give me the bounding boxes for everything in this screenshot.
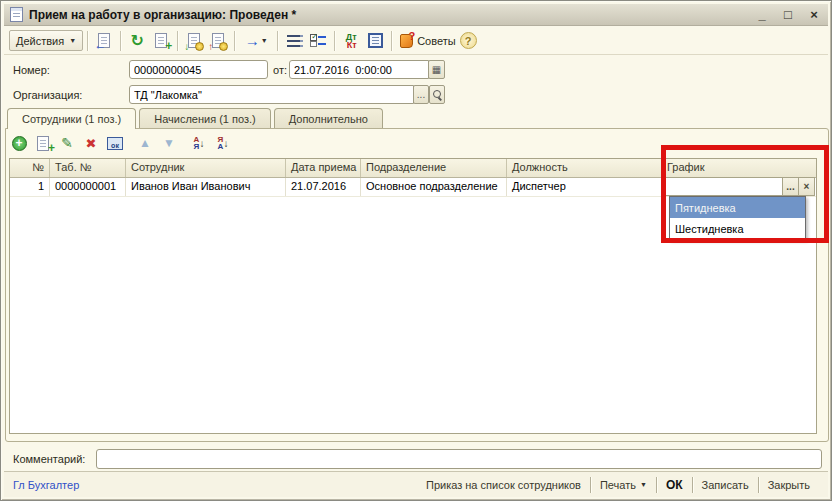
plus-icon: + (165, 40, 172, 52)
tips-book-icon: ? (400, 34, 413, 48)
schedule-clear-button[interactable]: × (798, 178, 814, 195)
toolbar-separator (277, 31, 278, 51)
toolbar-separator (334, 31, 335, 51)
refresh-button[interactable]: ↻ (126, 30, 148, 52)
debit-credit-icon: Дт Кт (346, 33, 357, 49)
table-header: № Таб. № Сотрудник Дата приема Подраздел… (10, 159, 816, 178)
ok-button[interactable]: ОК (657, 477, 692, 493)
subordination-structure-button[interactable] (283, 30, 305, 52)
move-up-button[interactable]: ▲ (133, 132, 157, 154)
toolbar-separator (177, 31, 178, 51)
column-header-department[interactable]: Подразделение (361, 159, 507, 177)
close-form-button[interactable]: Закрыть (759, 477, 819, 493)
column-header-hiredate[interactable]: Дата приема (286, 159, 361, 177)
print-button[interactable]: Печать ▼ (591, 477, 656, 493)
delete-icon: ✖ (86, 136, 97, 151)
delete-row-button[interactable]: ✖ (79, 132, 103, 154)
window-title: Прием на работу в организацию: Проведен … (29, 8, 296, 22)
go-to-button[interactable]: → ▼ (240, 30, 272, 52)
schedule-select-button[interactable]: ... (782, 178, 798, 195)
pencil-icon: ✎ (61, 135, 73, 151)
organization-select-button[interactable]: ... (413, 85, 429, 104)
question-icon: ? (465, 35, 472, 47)
footer-bar: Гл Бухгалтер Приказ на список сотруднико… (4, 471, 828, 497)
coin-icon (195, 42, 204, 51)
tab-bar: Сотрудники (1 поз.) Начисления (1 поз.) … (7, 108, 383, 128)
column-header-schedule[interactable]: График (662, 159, 816, 177)
reread-document-button[interactable]: ← (93, 30, 115, 52)
column-header-num[interactable]: № (10, 159, 50, 177)
responsible-person-link[interactable]: Гл Бухгалтер (13, 479, 79, 491)
maximize-button[interactable]: □ (780, 8, 796, 22)
ellipsis-icon: ... (417, 89, 425, 100)
end-edit-button[interactable]: ок (103, 132, 127, 154)
save-button[interactable]: Записать (693, 477, 758, 493)
ellipsis-icon: ... (786, 181, 794, 192)
arrow-up-icon: ↑ (208, 41, 213, 52)
number-label: Номер: (13, 64, 50, 76)
post-document-button[interactable]: ↓ (183, 30, 205, 52)
calendar-button[interactable]: ▦ (428, 60, 445, 79)
tab-label: Начисления (1 поз.) (154, 113, 256, 125)
minimize-button[interactable]: _ (754, 8, 770, 22)
checkbox-list-icon (310, 34, 326, 47)
number-input[interactable] (129, 60, 268, 79)
refresh-icon: ↻ (130, 31, 143, 50)
dropdown-item-five-day[interactable]: Пятидневка (670, 197, 805, 218)
list-structure-icon (287, 35, 301, 47)
chevron-down-icon: ▼ (261, 37, 268, 44)
table-toolbar: + + ✎ ✖ ок ▲ ▼ А Я ↓ (7, 131, 235, 155)
schedule-dropdown: Пятидневка Шестидневка (669, 196, 806, 240)
arrow-down-icon: ▼ (163, 136, 175, 150)
arrow-down-icon: ↓ (184, 41, 189, 52)
chevron-down-icon: ▼ (640, 481, 647, 488)
end-edit-icon: ок (107, 137, 123, 150)
tab-additional[interactable]: Дополнительно (274, 108, 383, 128)
copy-row-button[interactable]: + (31, 132, 55, 154)
close-button[interactable]: × (806, 8, 822, 22)
dropdown-item-six-day[interactable]: Шестидневка (670, 218, 805, 239)
move-down-button[interactable]: ▼ (157, 132, 181, 154)
document-window: Прием на работу в организацию: Проведен … (0, 0, 832, 501)
cell-hiredate[interactable]: 21.07.2016 (286, 178, 361, 196)
organization-input[interactable] (129, 85, 414, 104)
sort-descending-button[interactable]: Я А ↓ (211, 132, 235, 154)
unpost-document-button[interactable]: ↑ (207, 30, 229, 52)
document-settings-button[interactable] (307, 30, 329, 52)
comment-input[interactable] (96, 449, 822, 469)
chevron-down-icon: ▼ (69, 37, 76, 44)
schedule-edit-cell[interactable]: ... × (661, 177, 815, 196)
print-label: Печать (600, 479, 636, 491)
date-input[interactable] (289, 60, 429, 79)
cell-position[interactable]: Диспетчер (507, 178, 662, 196)
cell-department[interactable]: Основное подразделение (361, 178, 507, 196)
actions-button[interactable]: Действия ▼ (9, 30, 83, 51)
calendar-icon: ▦ (432, 64, 441, 75)
report-button[interactable] (364, 30, 386, 52)
actions-label: Действия (16, 35, 64, 47)
add-row-button[interactable]: + (7, 132, 31, 154)
show-postings-button[interactable]: Дт Кт (340, 30, 362, 52)
cell-num[interactable]: 1 (10, 178, 50, 196)
column-header-position[interactable]: Должность (507, 159, 662, 177)
copy-document-button[interactable]: + (150, 30, 172, 52)
document-icon (10, 7, 23, 22)
arrow-up-icon: ▲ (139, 136, 151, 150)
tips-button[interactable]: ? Советы (396, 30, 459, 52)
organization-search-button[interactable] (429, 85, 445, 104)
edit-row-button[interactable]: ✎ (55, 132, 79, 154)
toolbar-separator (120, 31, 121, 51)
tab-employees[interactable]: Сотрудники (1 поз.) (7, 108, 136, 129)
employee-list-order-button[interactable]: Приказ на список сотрудников (417, 477, 590, 493)
clear-icon: × (804, 181, 810, 192)
comment-label: Комментарий: (13, 453, 85, 465)
search-icon (433, 90, 442, 99)
help-button[interactable]: ? (460, 32, 477, 49)
column-header-employee[interactable]: Сотрудник (126, 159, 286, 177)
sort-ascending-button[interactable]: А Я ↓ (187, 132, 211, 154)
toolbar-separator (87, 31, 88, 51)
column-header-tabnum[interactable]: Таб. № (50, 159, 126, 177)
cell-tabnum[interactable]: 0000000001 (50, 178, 126, 196)
cell-employee[interactable]: Иванов Иван Иванович (126, 178, 286, 196)
tab-accruals[interactable]: Начисления (1 поз.) (139, 108, 271, 128)
